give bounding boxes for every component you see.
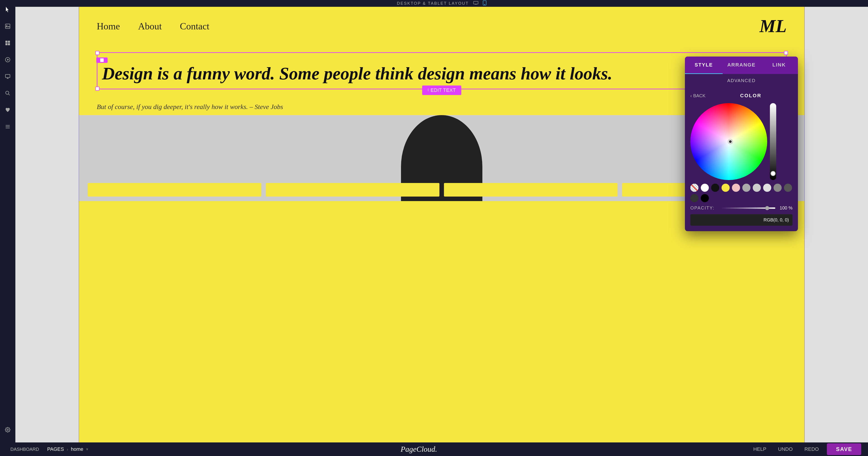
bottom-center: PageCloud. [88, 445, 750, 454]
screen-icon[interactable] [3, 72, 13, 81]
yellow-btn-2 [266, 183, 439, 197]
svg-rect-5 [8, 43, 10, 45]
back-label: BACK [693, 93, 706, 98]
panel-tabs: STYLE ARRANGE LINK [685, 57, 798, 74]
opacity-row: OPACITY: 100 % [690, 205, 793, 210]
opacity-handle [765, 206, 769, 210]
tab-arrange[interactable]: ARRANGE [723, 57, 761, 74]
canvas-right-bg [805, 7, 868, 443]
svg-point-1 [6, 25, 7, 26]
swatch-pure-black[interactable] [701, 194, 709, 202]
image-icon[interactable] [3, 21, 13, 31]
opacity-label: OPACITY: [690, 205, 717, 210]
dashboard-button[interactable]: DASHBOARD [7, 445, 43, 454]
swatch-lighter-gray[interactable] [763, 184, 771, 192]
tab-link[interactable]: LINK [760, 57, 798, 74]
swatch-pink-light[interactable] [732, 184, 740, 192]
swatch-darker-gray[interactable] [690, 194, 699, 202]
color-wheel[interactable] [690, 103, 767, 180]
layout-label: DESKTOP & TABLET LAYOUT [397, 1, 469, 6]
svg-point-11 [6, 91, 9, 94]
brand-logo: PageCloud. [401, 445, 437, 454]
main-quote-text[interactable]: Design is a funny word. Some people thin… [102, 63, 781, 84]
top-bar: DESKTOP & TABLET LAYOUT [16, 0, 868, 7]
svg-marker-7 [7, 59, 9, 61]
panel-body: ‹ BACK COLOR [685, 87, 798, 231]
nav-link-contact[interactable]: Contact [180, 21, 210, 32]
text-block-selected[interactable]: Design is a funny word. Some people thin… [97, 52, 786, 89]
color-wheel-container [690, 103, 793, 180]
menu-icon[interactable] [3, 122, 13, 132]
swatch-black[interactable] [711, 184, 719, 192]
svg-rect-19 [473, 1, 478, 4]
edit-text-icon: I [428, 88, 429, 92]
bottom-right: HELP UNDO REDO SAVE [750, 443, 861, 455]
cursor-icon[interactable] [3, 4, 13, 15]
svg-point-16 [7, 429, 8, 430]
rgb-input[interactable] [690, 214, 793, 226]
color-swatches [690, 184, 793, 202]
undo-button[interactable]: UNDO [774, 445, 796, 454]
move-handle-inner [100, 58, 104, 62]
back-chevron-icon: ‹ [690, 93, 692, 98]
breadcrumb: PAGES › home ▾ [47, 446, 88, 452]
tab-advanced[interactable]: ADVANCED [685, 74, 798, 87]
heart-icon[interactable] [3, 105, 13, 115]
svg-rect-0 [5, 24, 10, 28]
panel-back-row: ‹ BACK COLOR [690, 93, 793, 98]
svg-rect-2 [5, 41, 7, 43]
handle-top-left[interactable] [95, 51, 99, 55]
nav-link-about[interactable]: About [138, 21, 162, 32]
swatch-light-gray[interactable] [753, 184, 761, 192]
tablet-layout-icon[interactable] [483, 0, 487, 6]
nav-links: Home About Contact [97, 21, 209, 32]
svg-line-12 [8, 94, 10, 95]
video-icon[interactable] [3, 55, 13, 65]
edit-text-label: EDIT TEXT [431, 87, 456, 93]
back-button[interactable]: ‹ BACK [690, 93, 706, 98]
swatch-yellow[interactable] [721, 184, 730, 192]
text-block-container[interactable]: Design is a funny word. Some people thin… [97, 52, 786, 89]
swatch-white[interactable] [701, 184, 709, 192]
svg-rect-8 [5, 75, 10, 78]
color-panel: STYLE ARRANGE LINK ADVANCED ‹ BACK COLOR [685, 57, 798, 231]
move-handle[interactable] [96, 57, 107, 63]
breadcrumb-separator: › [67, 447, 68, 452]
color-section-label: COLOR [709, 93, 793, 98]
swatch-gray[interactable] [742, 184, 750, 192]
widget-icon[interactable] [3, 38, 13, 48]
save-button[interactable]: SAVE [827, 443, 861, 455]
brightness-slider[interactable] [770, 103, 776, 180]
canvas-left-bg [16, 7, 79, 443]
help-button[interactable]: HELP [750, 445, 770, 454]
handle-top-right[interactable] [784, 51, 788, 55]
breadcrumb-expand[interactable]: ▾ [86, 447, 88, 452]
breadcrumb-pages[interactable]: PAGES [47, 446, 64, 452]
handle-bottom-left[interactable] [95, 87, 99, 91]
sub-quote-text: But of course, if you dig deeper, it's r… [97, 103, 786, 111]
desktop-layout-icon[interactable] [473, 1, 478, 6]
canvas-area: Home About Contact ML Design is a funny … [16, 7, 868, 443]
brightness-handle [771, 171, 776, 176]
breadcrumb-home[interactable]: home [71, 446, 84, 452]
opacity-value: 100 % [779, 205, 793, 210]
search-icon[interactable] [3, 88, 13, 98]
svg-rect-3 [8, 41, 10, 43]
opacity-slider[interactable] [721, 207, 775, 209]
wheel-cursor [728, 140, 733, 144]
redo-button[interactable]: REDO [801, 445, 823, 454]
tab-style[interactable]: STYLE [685, 57, 723, 74]
edit-text-button[interactable]: I EDIT TEXT [422, 85, 461, 95]
guide-line-left [79, 7, 79, 443]
swatch-transparent[interactable] [690, 184, 699, 192]
swatch-medium-gray[interactable] [774, 184, 782, 192]
nav-link-home[interactable]: Home [97, 21, 120, 32]
yellow-btn-3 [444, 183, 618, 197]
left-sidebar [0, 0, 16, 456]
svg-rect-4 [5, 43, 7, 45]
preview-nav: Home About Contact ML [79, 7, 805, 46]
swatch-dark-gray[interactable] [784, 184, 792, 192]
settings-icon[interactable] [3, 425, 13, 435]
nav-brand: ML [760, 16, 786, 36]
bottom-left: DASHBOARD PAGES › home ▾ [7, 445, 88, 454]
